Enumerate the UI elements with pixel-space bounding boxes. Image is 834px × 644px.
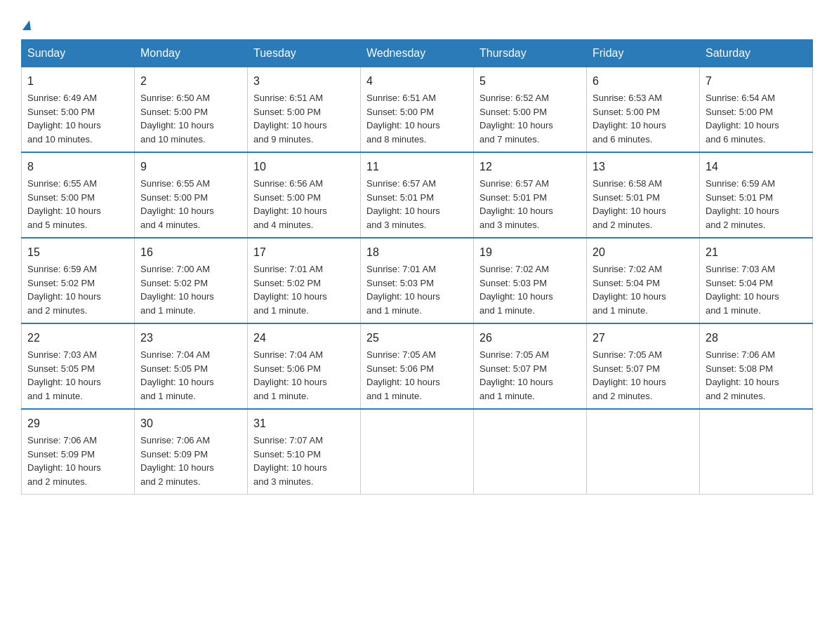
- day-cell: 20Sunrise: 7:02 AMSunset: 5:04 PMDayligh…: [587, 238, 700, 323]
- day-cell: 7Sunrise: 6:54 AMSunset: 5:00 PMDaylight…: [700, 67, 813, 153]
- day-number: 16: [140, 244, 241, 261]
- page-header: [21, 14, 813, 32]
- day-cell: 29Sunrise: 7:06 AMSunset: 5:09 PMDayligh…: [22, 409, 135, 495]
- day-number: 29: [27, 415, 128, 432]
- day-number: 15: [27, 244, 128, 261]
- day-cell: 14Sunrise: 6:59 AMSunset: 5:01 PMDayligh…: [700, 152, 813, 238]
- header-cell-monday: Monday: [135, 40, 248, 67]
- day-info: Sunrise: 7:06 AMSunset: 5:09 PMDaylight:…: [140, 434, 241, 488]
- day-cell: 8Sunrise: 6:55 AMSunset: 5:00 PMDaylight…: [22, 152, 135, 238]
- day-cell: 2Sunrise: 6:50 AMSunset: 5:00 PMDaylight…: [135, 67, 248, 153]
- day-cell: 21Sunrise: 7:03 AMSunset: 5:04 PMDayligh…: [700, 238, 813, 323]
- day-number: 22: [27, 330, 128, 347]
- day-cell: 10Sunrise: 6:56 AMSunset: 5:00 PMDayligh…: [248, 152, 361, 238]
- header-row: SundayMondayTuesdayWednesdayThursdayFrid…: [22, 40, 813, 67]
- day-info: Sunrise: 7:00 AMSunset: 5:02 PMDaylight:…: [140, 262, 241, 317]
- day-info: Sunrise: 6:51 AMSunset: 5:00 PMDaylight:…: [253, 91, 355, 146]
- day-info: Sunrise: 6:49 AMSunset: 5:00 PMDaylight:…: [27, 91, 128, 146]
- day-cell: 17Sunrise: 7:01 AMSunset: 5:02 PMDayligh…: [248, 238, 361, 323]
- day-info: Sunrise: 7:03 AMSunset: 5:04 PMDaylight:…: [706, 262, 807, 317]
- day-number: 6: [593, 73, 694, 90]
- day-info: Sunrise: 7:02 AMSunset: 5:03 PMDaylight:…: [479, 262, 581, 317]
- day-info: Sunrise: 7:05 AMSunset: 5:07 PMDaylight:…: [479, 348, 581, 403]
- week-row-4: 22Sunrise: 7:03 AMSunset: 5:05 PMDayligh…: [22, 323, 813, 409]
- day-info: Sunrise: 6:51 AMSunset: 5:00 PMDaylight:…: [366, 91, 468, 146]
- week-row-1: 1Sunrise: 6:49 AMSunset: 5:00 PMDaylight…: [22, 67, 813, 153]
- day-cell: 13Sunrise: 6:58 AMSunset: 5:01 PMDayligh…: [587, 152, 700, 238]
- day-cell: 28Sunrise: 7:06 AMSunset: 5:08 PMDayligh…: [700, 323, 813, 409]
- day-info: Sunrise: 6:58 AMSunset: 5:01 PMDaylight:…: [593, 177, 694, 232]
- day-info: Sunrise: 6:55 AMSunset: 5:00 PMDaylight:…: [27, 177, 128, 232]
- day-info: Sunrise: 7:01 AMSunset: 5:02 PMDaylight:…: [253, 262, 355, 317]
- day-info: Sunrise: 7:03 AMSunset: 5:05 PMDaylight:…: [27, 348, 128, 403]
- day-number: 20: [593, 244, 694, 261]
- day-info: Sunrise: 6:54 AMSunset: 5:00 PMDaylight:…: [706, 91, 807, 146]
- day-number: 13: [593, 159, 694, 175]
- day-info: Sunrise: 7:06 AMSunset: 5:08 PMDaylight:…: [706, 348, 807, 403]
- day-info: Sunrise: 6:56 AMSunset: 5:00 PMDaylight:…: [253, 177, 355, 232]
- week-row-3: 15Sunrise: 6:59 AMSunset: 5:02 PMDayligh…: [22, 238, 813, 323]
- day-cell: 31Sunrise: 7:07 AMSunset: 5:10 PMDayligh…: [248, 409, 361, 495]
- day-number: 9: [140, 159, 241, 175]
- day-cell: 4Sunrise: 6:51 AMSunset: 5:00 PMDaylight…: [361, 67, 474, 153]
- day-info: Sunrise: 7:02 AMSunset: 5:04 PMDaylight:…: [593, 262, 694, 317]
- day-info: Sunrise: 6:57 AMSunset: 5:01 PMDaylight:…: [479, 177, 581, 232]
- header-cell-tuesday: Tuesday: [248, 40, 361, 67]
- day-number: 4: [366, 73, 468, 90]
- day-cell: [700, 409, 813, 495]
- day-number: 26: [479, 330, 581, 347]
- day-number: 10: [253, 159, 355, 175]
- day-number: 1: [27, 73, 128, 90]
- day-number: 11: [366, 159, 468, 175]
- day-number: 30: [140, 415, 241, 432]
- day-number: 17: [253, 244, 355, 261]
- day-number: 23: [140, 330, 241, 347]
- header-cell-wednesday: Wednesday: [361, 40, 474, 67]
- day-cell: 26Sunrise: 7:05 AMSunset: 5:07 PMDayligh…: [474, 323, 587, 409]
- day-info: Sunrise: 6:57 AMSunset: 5:01 PMDaylight:…: [366, 177, 468, 232]
- day-cell: [474, 409, 587, 495]
- day-info: Sunrise: 7:04 AMSunset: 5:06 PMDaylight:…: [253, 348, 355, 403]
- header-cell-sunday: Sunday: [22, 40, 135, 67]
- day-cell: 11Sunrise: 6:57 AMSunset: 5:01 PMDayligh…: [361, 152, 474, 238]
- day-number: 28: [706, 330, 807, 347]
- day-number: 7: [706, 73, 807, 90]
- day-info: Sunrise: 7:05 AMSunset: 5:07 PMDaylight:…: [593, 348, 694, 403]
- day-number: 14: [706, 159, 807, 175]
- day-cell: 18Sunrise: 7:01 AMSunset: 5:03 PMDayligh…: [361, 238, 474, 323]
- day-cell: 9Sunrise: 6:55 AMSunset: 5:00 PMDaylight…: [135, 152, 248, 238]
- day-info: Sunrise: 7:07 AMSunset: 5:10 PMDaylight:…: [253, 434, 355, 488]
- day-number: 31: [253, 415, 355, 432]
- day-info: Sunrise: 7:05 AMSunset: 5:06 PMDaylight:…: [366, 348, 468, 403]
- day-cell: 23Sunrise: 7:04 AMSunset: 5:05 PMDayligh…: [135, 323, 248, 409]
- day-cell: 5Sunrise: 6:52 AMSunset: 5:00 PMDaylight…: [474, 67, 587, 153]
- day-number: 3: [253, 73, 355, 90]
- day-info: Sunrise: 6:50 AMSunset: 5:00 PMDaylight:…: [140, 91, 241, 146]
- calendar-table: SundayMondayTuesdayWednesdayThursdayFrid…: [21, 39, 813, 495]
- day-cell: 22Sunrise: 7:03 AMSunset: 5:05 PMDayligh…: [22, 323, 135, 409]
- day-number: 18: [366, 244, 468, 261]
- day-cell: 30Sunrise: 7:06 AMSunset: 5:09 PMDayligh…: [135, 409, 248, 495]
- header-cell-saturday: Saturday: [700, 40, 813, 67]
- day-cell: [361, 409, 474, 495]
- week-row-5: 29Sunrise: 7:06 AMSunset: 5:09 PMDayligh…: [22, 409, 813, 495]
- day-cell: 3Sunrise: 6:51 AMSunset: 5:00 PMDaylight…: [248, 67, 361, 153]
- week-row-2: 8Sunrise: 6:55 AMSunset: 5:00 PMDaylight…: [22, 152, 813, 238]
- day-info: Sunrise: 6:53 AMSunset: 5:00 PMDaylight:…: [593, 91, 694, 146]
- day-number: 25: [366, 330, 468, 347]
- day-number: 21: [706, 244, 807, 261]
- day-info: Sunrise: 6:55 AMSunset: 5:00 PMDaylight:…: [140, 177, 241, 232]
- day-cell: 6Sunrise: 6:53 AMSunset: 5:00 PMDaylight…: [587, 67, 700, 153]
- day-cell: 24Sunrise: 7:04 AMSunset: 5:06 PMDayligh…: [248, 323, 361, 409]
- day-number: 8: [27, 159, 128, 175]
- day-cell: 12Sunrise: 6:57 AMSunset: 5:01 PMDayligh…: [474, 152, 587, 238]
- header-cell-friday: Friday: [587, 40, 700, 67]
- day-cell: 16Sunrise: 7:00 AMSunset: 5:02 PMDayligh…: [135, 238, 248, 323]
- day-cell: 15Sunrise: 6:59 AMSunset: 5:02 PMDayligh…: [22, 238, 135, 323]
- day-info: Sunrise: 7:06 AMSunset: 5:09 PMDaylight:…: [27, 434, 128, 488]
- day-cell: 27Sunrise: 7:05 AMSunset: 5:07 PMDayligh…: [587, 323, 700, 409]
- day-cell: [587, 409, 700, 495]
- day-info: Sunrise: 6:52 AMSunset: 5:00 PMDaylight:…: [479, 91, 581, 146]
- logo: [21, 14, 35, 32]
- day-number: 2: [140, 73, 241, 90]
